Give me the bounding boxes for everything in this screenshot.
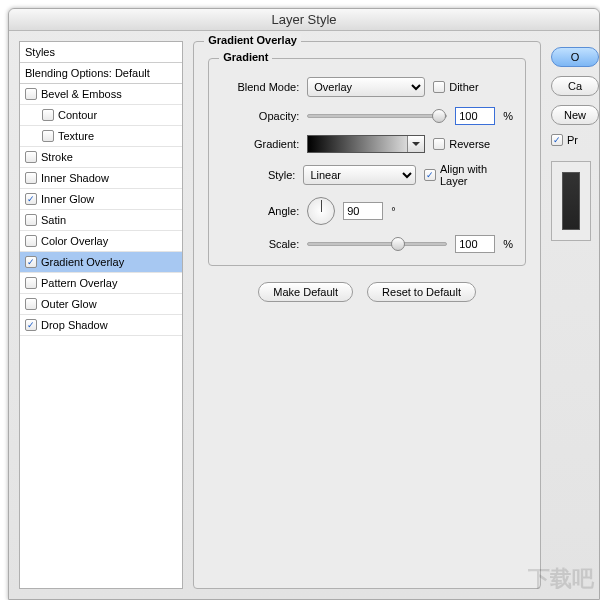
- dither-checkbox[interactable]: Dither: [433, 81, 478, 93]
- checkbox-icon[interactable]: ✓: [551, 134, 563, 146]
- sidebar-item-drop-shadow[interactable]: ✓ Drop Shadow: [20, 315, 182, 336]
- sidebar-item-label: Contour: [58, 109, 97, 121]
- opacity-row: Opacity: %: [221, 107, 513, 125]
- align-checkbox[interactable]: ✓ Align with Layer: [424, 163, 513, 187]
- reverse-checkbox[interactable]: Reverse: [433, 138, 490, 150]
- gradient-label: Gradient:: [221, 138, 299, 150]
- checkbox-icon[interactable]: [25, 172, 37, 184]
- blend-mode-row: Blend Mode: Overlay Dither: [221, 77, 513, 97]
- right-column: O Ca New ✓ Pr: [551, 41, 599, 589]
- sidebar-item-outer-glow[interactable]: Outer Glow: [20, 294, 182, 315]
- layer-style-window: Layer Style Styles Blending Options: Def…: [8, 8, 600, 600]
- gradient-row: Gradient: Reverse: [221, 135, 513, 153]
- sidebar-styles-header[interactable]: Styles: [20, 42, 182, 63]
- sidebar-item-label: Inner Shadow: [41, 172, 109, 184]
- sidebar-item-label: Inner Glow: [41, 193, 94, 205]
- opacity-input[interactable]: [455, 107, 495, 125]
- window-title: Layer Style: [9, 9, 599, 31]
- reverse-label: Reverse: [449, 138, 490, 150]
- sidebar-item-label: Texture: [58, 130, 94, 142]
- checkbox-icon[interactable]: [25, 277, 37, 289]
- gradient-group: Gradient Blend Mode: Overlay Dither Opac…: [208, 58, 526, 266]
- sidebar-item-bevel-emboss[interactable]: Bevel & Emboss: [20, 84, 182, 105]
- preview-checkbox[interactable]: ✓ Pr: [551, 134, 578, 146]
- opacity-unit: %: [503, 110, 513, 122]
- opacity-label: Opacity:: [221, 110, 299, 122]
- checkbox-icon[interactable]: ✓: [25, 193, 37, 205]
- sidebar-item-pattern-overlay[interactable]: Pattern Overlay: [20, 273, 182, 294]
- preview-swatch: [562, 172, 580, 230]
- scale-row: Scale: %: [221, 235, 513, 253]
- sidebar-item-label: Color Overlay: [41, 235, 108, 247]
- new-style-button[interactable]: New: [551, 105, 599, 125]
- checkbox-icon[interactable]: [25, 214, 37, 226]
- checkbox-icon[interactable]: ✓: [25, 256, 37, 268]
- sidebar-item-stroke[interactable]: Stroke: [20, 147, 182, 168]
- default-buttons: Make Default Reset to Default: [208, 282, 526, 302]
- angle-input[interactable]: [343, 202, 383, 220]
- checkbox-icon[interactable]: [25, 151, 37, 163]
- style-label: Style:: [221, 169, 295, 181]
- styles-sidebar: Styles Blending Options: Default Bevel &…: [19, 41, 183, 589]
- checkbox-icon[interactable]: [42, 130, 54, 142]
- sidebar-item-label: Stroke: [41, 151, 73, 163]
- checkbox-icon[interactable]: [25, 88, 37, 100]
- checkbox-icon[interactable]: ✓: [424, 169, 436, 181]
- sidebar-item-label: Gradient Overlay: [41, 256, 124, 268]
- checkbox-icon[interactable]: ✓: [25, 319, 37, 331]
- scale-unit: %: [503, 238, 513, 250]
- watermark-text: 下载吧: [528, 564, 594, 594]
- gradient-picker[interactable]: [307, 135, 425, 153]
- checkbox-icon[interactable]: [433, 81, 445, 93]
- preview-label: Pr: [567, 134, 578, 146]
- angle-label: Angle:: [221, 205, 299, 217]
- scale-label: Scale:: [221, 238, 299, 250]
- group-title: Gradient: [219, 51, 272, 63]
- reset-default-button[interactable]: Reset to Default: [367, 282, 476, 302]
- sidebar-item-label: Drop Shadow: [41, 319, 108, 331]
- checkbox-icon[interactable]: [25, 235, 37, 247]
- blend-mode-select[interactable]: Overlay: [307, 77, 425, 97]
- sidebar-blending-header[interactable]: Blending Options: Default: [20, 63, 182, 84]
- angle-dial[interactable]: [307, 197, 335, 225]
- align-label: Align with Layer: [440, 163, 513, 187]
- make-default-button[interactable]: Make Default: [258, 282, 353, 302]
- checkbox-icon[interactable]: [25, 298, 37, 310]
- ok-button[interactable]: O: [551, 47, 599, 67]
- sidebar-item-texture[interactable]: Texture: [20, 126, 182, 147]
- style-row: Style: Linear ✓ Align with Layer: [221, 163, 513, 187]
- sidebar-item-inner-glow[interactable]: ✓ Inner Glow: [20, 189, 182, 210]
- sidebar-item-satin[interactable]: Satin: [20, 210, 182, 231]
- checkbox-icon[interactable]: [433, 138, 445, 150]
- sidebar-item-label: Outer Glow: [41, 298, 97, 310]
- angle-unit: °: [391, 205, 395, 217]
- cancel-button[interactable]: Ca: [551, 76, 599, 96]
- sidebar-item-label: Pattern Overlay: [41, 277, 117, 289]
- preview-box: [551, 161, 591, 241]
- sidebar-item-label: Satin: [41, 214, 66, 226]
- scale-slider[interactable]: [307, 242, 447, 246]
- sidebar-item-color-overlay[interactable]: Color Overlay: [20, 231, 182, 252]
- content-area: Styles Blending Options: Default Bevel &…: [9, 31, 599, 599]
- panel-title: Gradient Overlay: [204, 34, 301, 46]
- sidebar-item-contour[interactable]: Contour: [20, 105, 182, 126]
- sidebar-item-inner-shadow[interactable]: Inner Shadow: [20, 168, 182, 189]
- scale-input[interactable]: [455, 235, 495, 253]
- opacity-slider[interactable]: [307, 114, 447, 118]
- style-select[interactable]: Linear: [303, 165, 416, 185]
- sidebar-item-gradient-overlay[interactable]: ✓ Gradient Overlay: [20, 252, 182, 273]
- blend-mode-label: Blend Mode:: [221, 81, 299, 93]
- dither-label: Dither: [449, 81, 478, 93]
- angle-row: Angle: °: [221, 197, 513, 225]
- gradient-overlay-panel: Gradient Overlay Gradient Blend Mode: Ov…: [193, 41, 541, 589]
- sidebar-item-label: Bevel & Emboss: [41, 88, 122, 100]
- checkbox-icon[interactable]: [42, 109, 54, 121]
